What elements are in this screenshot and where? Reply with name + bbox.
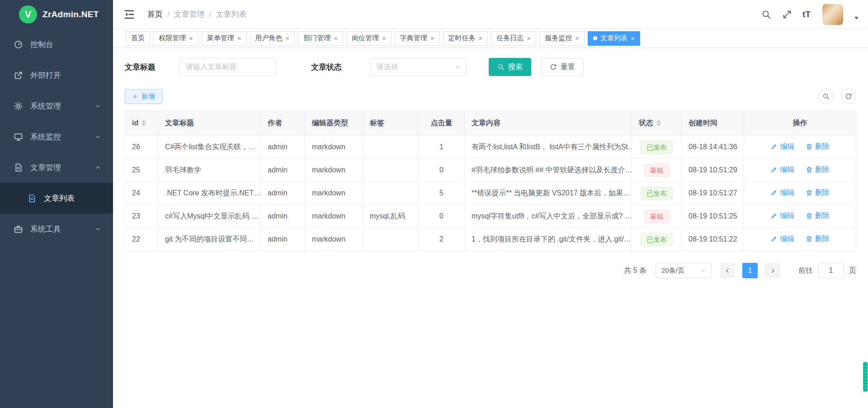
- cell-tags: [363, 136, 419, 159]
- edit-button[interactable]: 编辑: [770, 165, 794, 175]
- logo-icon: V: [19, 5, 37, 24]
- tab-user-role[interactable]: 用户角色: [250, 31, 295, 46]
- sidebar-item-label: 控制台: [30, 39, 53, 50]
- menu-fold-icon[interactable]: [123, 8, 136, 21]
- cell-actions: 编辑 删除: [744, 136, 856, 159]
- header-search-button[interactable]: [761, 9, 772, 20]
- tab-post-mgmt[interactable]: 岗位管理: [346, 31, 392, 46]
- close-icon[interactable]: [334, 34, 338, 42]
- toggle-search-button[interactable]: [818, 89, 834, 104]
- tab-menu-mgmt[interactable]: 菜单管理: [202, 31, 247, 46]
- tab-service-monitor[interactable]: 服务监控: [539, 31, 585, 46]
- sidebar-item-article-mgmt[interactable]: 文章管理: [0, 152, 113, 183]
- cell-id: 24: [125, 182, 158, 205]
- delete-button[interactable]: 删除: [806, 234, 830, 244]
- col-actions: 操作: [744, 111, 856, 136]
- pencil-icon: [770, 189, 778, 196]
- dashboard-icon: [14, 40, 23, 49]
- tab-dict-mgmt[interactable]: 字典管理: [395, 31, 440, 46]
- table-header-row: id 文章标题 作者 编辑器类型 标签 点击量 文章内容 状态 创: [125, 111, 856, 136]
- prev-page-button[interactable]: [720, 263, 735, 278]
- cell-content: 1，找到项目所在目录下的 .git/文件夹，进入.git/…: [465, 228, 632, 251]
- edit-button[interactable]: 编辑: [770, 234, 794, 244]
- font-size-button[interactable]: tT: [802, 9, 811, 19]
- sidebar-item-article-list[interactable]: 文章列表: [0, 183, 113, 213]
- col-id[interactable]: id: [125, 111, 158, 136]
- tab-label: 任务日志: [496, 34, 524, 43]
- cell-editor-type: markdown: [305, 159, 363, 182]
- cell-tags: [363, 228, 419, 251]
- article-status-label: 文章状态: [311, 62, 342, 72]
- cell-title: 羽毛球教学: [158, 159, 261, 182]
- add-button[interactable]: 新增: [125, 89, 162, 104]
- close-icon[interactable]: [237, 34, 241, 42]
- close-icon[interactable]: [189, 34, 193, 42]
- edit-label: 编辑: [780, 211, 794, 221]
- close-icon[interactable]: [286, 34, 290, 42]
- delete-button[interactable]: 删除: [806, 211, 830, 221]
- sidebar-item-system-mgmt[interactable]: 系统管理: [0, 90, 113, 121]
- sidebar-item-label: 文章管理: [30, 162, 61, 173]
- close-icon[interactable]: [479, 34, 483, 42]
- close-icon[interactable]: [527, 34, 531, 42]
- edit-button[interactable]: 编辑: [770, 142, 794, 152]
- trash-icon: [806, 166, 813, 173]
- cell-content: 有两个list,listA 和listB， listA中有三个属性列为St…: [465, 136, 632, 159]
- close-icon[interactable]: [575, 34, 579, 42]
- scrollbar-thumb[interactable]: [863, 362, 868, 392]
- cell-status: 已发布: [632, 228, 682, 251]
- cell-author: admin: [261, 159, 305, 182]
- breadcrumb-article-mgmt[interactable]: 文章管理: [174, 9, 205, 19]
- search-button[interactable]: 搜索: [489, 58, 531, 76]
- cell-tags: [363, 182, 419, 205]
- col-status[interactable]: 状态: [632, 111, 682, 136]
- sidebar-item-label: 外部打开: [30, 70, 61, 81]
- app-logo[interactable]: V ZrAdmin.NET: [0, 0, 113, 29]
- page-number-button[interactable]: 1: [742, 263, 758, 278]
- cell-editor-type: markdown: [305, 205, 363, 228]
- sidebar-item-label: 文章列表: [44, 193, 75, 204]
- edit-button[interactable]: 编辑: [770, 188, 794, 198]
- page-size-select[interactable]: 20条/页: [656, 263, 712, 278]
- tab-permission[interactable]: 权限管理: [153, 31, 198, 46]
- delete-label: 删除: [815, 211, 830, 221]
- tab-label: 菜单管理: [207, 34, 234, 43]
- tab-article-list[interactable]: 文章列表: [588, 31, 640, 46]
- edit-button[interactable]: 编辑: [770, 211, 794, 221]
- sort-icon[interactable]: [656, 120, 661, 126]
- sidebar-item-external[interactable]: 外部打开: [0, 60, 113, 90]
- tab-home[interactable]: 首页: [126, 31, 150, 46]
- breadcrumb-home[interactable]: 首页: [147, 9, 163, 19]
- search-icon: [497, 63, 505, 71]
- article-status-select[interactable]: 请选择: [370, 58, 467, 76]
- chevron-up-icon: [94, 164, 101, 171]
- sidebar-item-system-tools[interactable]: 系统工具: [0, 213, 113, 244]
- close-icon[interactable]: [430, 34, 434, 42]
- cell-content: **错误提示** 当电脑更新 VS2017 版本后，如果…: [465, 182, 632, 205]
- delete-button[interactable]: 删除: [806, 142, 830, 152]
- cell-content: #羽毛球拍参数说明 ## 中管软硬选择以及长度介…: [465, 159, 632, 182]
- refresh-table-button[interactable]: [841, 89, 856, 104]
- delete-button[interactable]: 删除: [806, 188, 830, 198]
- sidebar-item-system-monitor[interactable]: 系统监控: [0, 121, 113, 152]
- next-page-button[interactable]: [765, 263, 780, 278]
- delete-button[interactable]: 删除: [806, 165, 830, 175]
- goto-page-input[interactable]: [818, 263, 844, 278]
- sort-icon[interactable]: [142, 120, 146, 126]
- cell-editor-type: markdown: [305, 228, 363, 251]
- chevron-down-icon: [454, 64, 461, 71]
- sidebar-item-dashboard[interactable]: 控制台: [0, 29, 113, 60]
- tab-task-log[interactable]: 任务日志: [491, 31, 536, 46]
- cell-title: .NET Core 发布时提示.NET…: [158, 182, 261, 205]
- caret-down-icon[interactable]: [853, 14, 860, 21]
- reset-button[interactable]: 重置: [541, 58, 584, 76]
- close-icon[interactable]: [631, 34, 635, 42]
- pencil-icon: [770, 235, 778, 242]
- tab-cron-task[interactable]: 定时任务: [443, 31, 488, 46]
- col-title: 文章标题: [158, 111, 261, 136]
- user-avatar[interactable]: [822, 4, 843, 25]
- fullscreen-button[interactable]: [782, 9, 793, 20]
- tab-dept-mgmt[interactable]: 部门管理: [298, 31, 343, 46]
- close-icon[interactable]: [382, 34, 386, 42]
- article-title-input[interactable]: [179, 58, 276, 76]
